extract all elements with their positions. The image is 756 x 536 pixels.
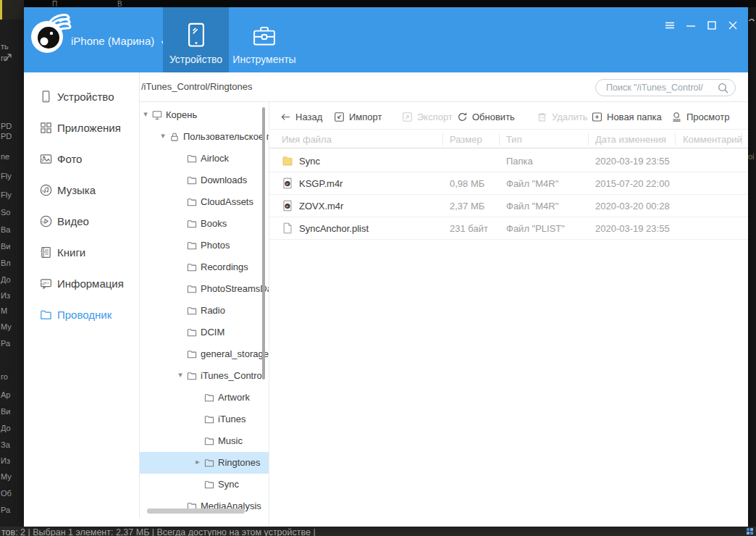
lock-icon [169, 131, 180, 143]
toolbar-button-trash: Удалить [536, 109, 588, 124]
sidebar-item-label: Книги [57, 246, 85, 259]
file-row-SyncAnchor.plist[interactable]: SyncAnchor.plist231 байтФайл "PLIST"2020… [269, 217, 748, 240]
toolbar-button-preview[interactable]: Просмотр [671, 109, 729, 124]
background-text-fragment: ть [1, 42, 9, 51]
tree-item-label: Пользовательское п [183, 131, 269, 142]
sidebar-item-apps-grid[interactable]: Приложения [24, 118, 140, 138]
device-icon [39, 90, 53, 104]
sidebar-item-video[interactable]: Видео [24, 212, 140, 232]
search-input[interactable] [605, 82, 716, 93]
sidebar-item-label: Видео [57, 215, 89, 227]
chevron-down-icon [39, 186, 47, 194]
file-panel: НазадИмпортЭкспортОбновитьУдалитьНовая п… [269, 102, 748, 527]
table-header: Имя файлаРазмерТипДата измененияКоммента… [269, 129, 748, 148]
tree-item-Sync[interactable]: Sync [140, 474, 269, 495]
background-text-fragment: Об [1, 489, 12, 498]
tree-item-Ringtones[interactable]: ▸Ringtones [140, 452, 269, 474]
screen: БПВ тьгоPDPDneFlyFlySoBaВиВлДоИзMМуРагоА… [0, 0, 756, 536]
expander-down-icon[interactable]: ▾ [159, 131, 167, 141]
sidebar-item-music[interactable]: Музыка [24, 180, 140, 201]
tree-item-Downloads[interactable]: Downloads [140, 169, 269, 191]
app-header: iPhone (Марина) ▼ Устройство Инструменты [24, 7, 748, 72]
tree-item-PhotoStreamsDa[interactable]: PhotoStreamsDa [140, 278, 269, 300]
search-icon[interactable] [717, 82, 729, 94]
tree-item-MediaAnalysis[interactable]: MediaAnalysis [140, 495, 269, 517]
file-row-ZOVX.m4r[interactable]: ZOVX.m4r2,37 МБФайл "M4R"2020-03-20 00:2… [269, 195, 748, 217]
toolbar-button-label: Новая папка [607, 112, 662, 122]
menu-icon[interactable] [663, 19, 676, 32]
toolbar-button-label: Удалить [552, 112, 588, 122]
device-selector[interactable]: iPhone (Марина) [71, 35, 154, 47]
tree-item-Корень[interactable]: ▾Корень [140, 104, 269, 126]
folder-tree: ▾Корень▾Пользовательское пAirlockDownloa… [140, 102, 269, 517]
tree-item-Photos[interactable]: Photos [140, 235, 269, 256]
tree-item-DCIM[interactable]: DCIM [140, 322, 269, 343]
maximize-icon[interactable] [705, 19, 718, 32]
tree-vertical-scrollbar[interactable] [262, 107, 265, 380]
cell-name: KSGP.m4r [299, 178, 343, 189]
tree-item-label: Music [218, 435, 243, 446]
cell-type: Папка [506, 156, 533, 167]
folder-filled-icon [282, 155, 293, 167]
column-separator[interactable] [675, 133, 676, 146]
briefcase-icon [251, 22, 277, 51]
close-icon[interactable] [726, 19, 739, 32]
expander-down-icon[interactable]: ▾ [141, 109, 150, 119]
file-row-KSGP.m4r[interactable]: KSGP.m4r0,98 МБФайл "M4R"2015-07-20 22:0… [269, 172, 748, 195]
tree-item-label: Ringtones [218, 457, 261, 468]
sidebar-item-info-chat[interactable]: Информация [24, 274, 140, 294]
chevron-down-icon [39, 280, 47, 288]
column-header[interactable]: Имя файла [282, 134, 332, 145]
tree-item-Airlock[interactable]: Airlock [140, 148, 269, 169]
minimize-icon[interactable] [684, 19, 697, 32]
background-text-fragment: Fly [1, 172, 12, 180]
tree-item-Books[interactable]: Books [140, 213, 269, 235]
sidebar-item-device[interactable]: Устройство [24, 87, 140, 107]
background-text-fragment: Му [1, 472, 12, 481]
tree-item-iTunes_Control[interactable]: ▾iTunes_Control [140, 365, 269, 387]
expander-right-icon[interactable]: ▸ [193, 457, 202, 466]
sidebar-item-books[interactable]: Книги [24, 243, 140, 263]
background-text-fragment: В [117, 0, 122, 7]
chevron-down-icon [39, 155, 47, 163]
tree-horizontal-scrollbar[interactable] [147, 508, 245, 514]
tree-item-Пользовательское-п[interactable]: ▾Пользовательское п [140, 126, 269, 148]
cell-type: Файл "PLIST" [506, 223, 565, 234]
audio-file-icon [282, 200, 293, 212]
column-header[interactable]: Размер [450, 134, 482, 145]
sidebar-item-photo[interactable]: Фото [24, 149, 140, 169]
cell-type: Файл "M4R" [506, 178, 558, 189]
column-separator[interactable] [588, 133, 589, 146]
sidebar-item-label: Проводник [57, 309, 112, 321]
toolbar-button-arrow-left[interactable]: Назад [280, 109, 322, 124]
file-icon [282, 222, 293, 234]
tree-item-general_storage[interactable]: general_storage [140, 343, 269, 365]
toolbar-button-refresh[interactable]: Обновить [456, 109, 515, 124]
tree-item-CloudAssets[interactable]: CloudAssets [140, 191, 269, 213]
column-separator[interactable] [499, 133, 500, 146]
tree-item-iTunes[interactable]: iTunes [140, 409, 269, 430]
trash-icon [536, 111, 548, 123]
tree-item-label: Recordings [201, 261, 248, 272]
column-header[interactable]: Тип [506, 134, 522, 145]
tree-item-Recordings[interactable]: Recordings [140, 256, 269, 278]
tree-item-Radio[interactable]: Radio [140, 300, 269, 322]
sidebar-item-folder[interactable]: Проводник [24, 305, 140, 325]
column-separator[interactable] [442, 133, 443, 146]
expander-down-icon[interactable]: ▾ [176, 370, 185, 380]
column-header[interactable]: Комментарий [683, 134, 742, 145]
tree-item-Artwork[interactable]: Artwork [140, 387, 269, 409]
search-box[interactable] [595, 79, 736, 96]
tree-item-label: Artwork [218, 392, 250, 403]
toolbar-button-import[interactable]: Импорт [333, 109, 382, 124]
tab-tools[interactable]: Инструменты [229, 7, 300, 72]
background-text-fragment: П [52, 0, 57, 7]
column-separator[interactable] [742, 133, 742, 146]
folder-icon [39, 308, 53, 322]
column-header[interactable]: Дата изменения [595, 134, 666, 145]
tree-item-Music[interactable]: Music [140, 430, 269, 452]
tab-device[interactable]: Устройство [163, 7, 229, 72]
background-text-fragment: Из [1, 291, 10, 300]
file-row-Sync[interactable]: SyncПапка2020-03-19 23:55 [269, 150, 748, 172]
toolbar-button-new-folder[interactable]: Новая папка [591, 109, 662, 124]
